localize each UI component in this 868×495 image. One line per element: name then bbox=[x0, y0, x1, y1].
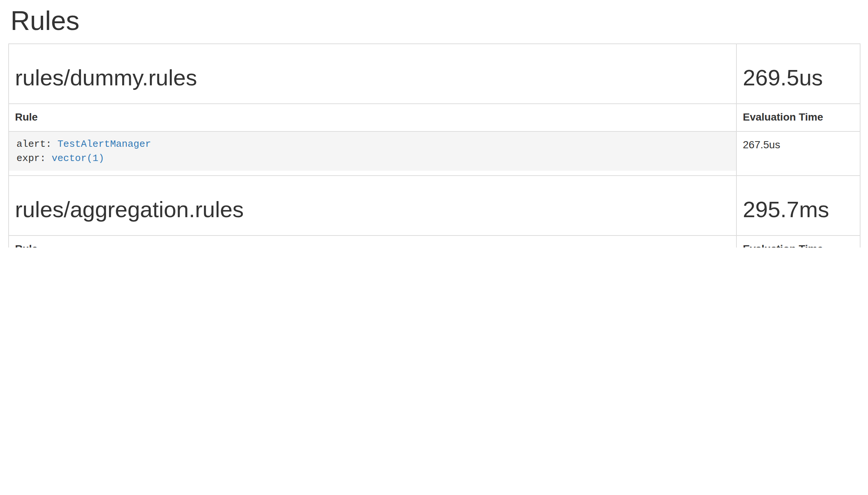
group-file-name: rules/dummy.rules bbox=[15, 65, 730, 89]
rule-eval-time: 267.5us bbox=[736, 131, 860, 175]
group-eval-time-cell: 269.5us bbox=[736, 43, 860, 103]
group-eval-time-cell: 295.7ms bbox=[736, 175, 860, 235]
rule-keyword: expr: bbox=[16, 153, 52, 164]
eval-time-column-header: Evaluation Time bbox=[736, 235, 860, 248]
rules-page: Rules rules/dummy.rules 269.5us Rule bbox=[0, 0, 868, 248]
rule-code: alert: TestAlertManagerexpr: vector(1) bbox=[9, 131, 736, 170]
group-total-eval-time: 295.7ms bbox=[743, 197, 854, 221]
rule-cell: alert: TestAlertManagerexpr: vector(1) bbox=[9, 131, 736, 175]
page-title: Rules bbox=[10, 6, 860, 36]
rules-table: rules/dummy.rules 269.5us Rule Evaluatio… bbox=[8, 43, 861, 248]
group-header-row: rules/aggregation.rules 295.7ms bbox=[9, 175, 860, 235]
group-name-cell: rules/aggregation.rules bbox=[9, 175, 736, 235]
rule-expr-link[interactable]: vector(1) bbox=[52, 153, 104, 164]
alert-name-link[interactable]: TestAlertManager bbox=[57, 138, 151, 149]
rule-keyword: alert: bbox=[16, 138, 57, 149]
rule-column-header: Rule bbox=[9, 103, 736, 131]
column-header-row: Rule Evaluation Time bbox=[9, 103, 860, 131]
column-header-row: Rule Evaluation Time bbox=[9, 235, 860, 248]
eval-time-column-header: Evaluation Time bbox=[736, 103, 860, 131]
content-container: Rules rules/dummy.rules 269.5us Rule bbox=[0, 0, 868, 248]
rule-column-header: Rule bbox=[9, 235, 736, 248]
group-total-eval-time: 269.5us bbox=[743, 65, 854, 89]
group-name-cell: rules/dummy.rules bbox=[9, 43, 736, 103]
group-file-name: rules/aggregation.rules bbox=[15, 197, 730, 221]
group-header-row: rules/dummy.rules 269.5us bbox=[9, 43, 860, 103]
table-row: alert: TestAlertManagerexpr: vector(1) 2… bbox=[9, 131, 860, 175]
